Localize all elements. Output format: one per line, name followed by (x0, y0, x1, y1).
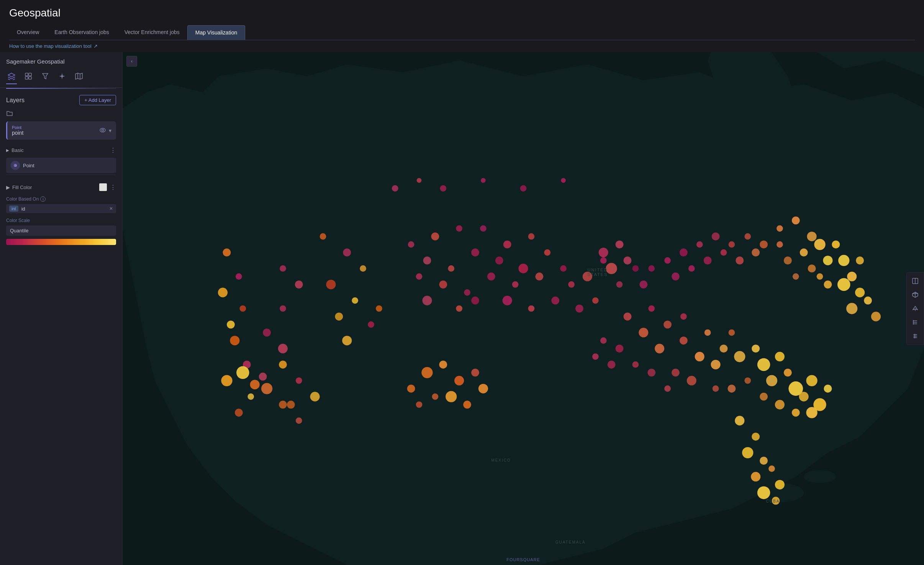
layers-title: Layers (6, 97, 25, 104)
visibility-icon[interactable] (100, 127, 106, 134)
layer-item-point[interactable]: Point point ▾ (6, 121, 116, 140)
folder-icon (6, 110, 116, 118)
cube-button[interactable] (909, 289, 921, 301)
fill-color-label: Fill Color (12, 185, 32, 190)
tag-row: int id ✕ (6, 204, 116, 213)
map-label-guatemala: GUATEMALA (555, 540, 586, 544)
color-scale-label: Color Scale (6, 218, 116, 223)
divider-1 (6, 175, 116, 175)
map-label-mexico: MEXICO (491, 458, 511, 462)
grid-icon[interactable] (23, 71, 34, 84)
layer-name: point (12, 130, 23, 136)
point-label: Point (23, 163, 34, 168)
map-credit: FOURSQUARE (506, 557, 540, 562)
info-icon[interactable]: i (40, 196, 46, 202)
map-icon[interactable] (74, 71, 84, 84)
color-scale-section: Color Scale Quantile (6, 218, 116, 245)
fill-color-right: ⋮ (99, 183, 116, 191)
svg-point-11 (14, 164, 15, 166)
map-label-cuba: CUBA (766, 499, 780, 503)
basic-subsection: ▶ Basic ⋮ Point (6, 144, 116, 173)
layers-section: Layers + Add Layer Point point (0, 89, 122, 251)
fill-chevron-icon: ▶ (6, 185, 10, 190)
color-gradient (6, 239, 116, 245)
map-area: ‹ (123, 52, 924, 565)
chevron-right-icon: ▶ (6, 148, 9, 152)
layer-name-group: Point point (12, 125, 23, 136)
split-view-button[interactable] (909, 275, 921, 287)
right-toolbar (906, 272, 924, 345)
tab-earth-obs[interactable]: Earth Observation jobs (47, 25, 116, 40)
svg-point-9 (102, 129, 104, 131)
nav-tabs: Overview Earth Observation jobs Vector E… (9, 25, 915, 40)
point-dot-icon (11, 161, 20, 170)
svg-point-15 (804, 470, 836, 483)
basic-label: ▶ Basic (6, 147, 24, 153)
svg-rect-3 (29, 77, 31, 79)
int-badge: int (9, 206, 18, 212)
color-swatch[interactable] (99, 183, 107, 191)
help-link[interactable]: How to use the map visualization tool ↗ (0, 40, 924, 52)
svg-marker-5 (75, 73, 82, 79)
layer-type: Point (12, 125, 23, 130)
basic-row[interactable]: ▶ Basic ⋮ (6, 144, 116, 156)
sidebar-title: Sagemaker Geospatial (0, 52, 122, 68)
tab-vector-enrichment[interactable]: Vector Enrichment jobs (117, 25, 187, 40)
svg-point-12 (15, 165, 17, 167)
tag-remove-icon[interactable]: ✕ (109, 206, 113, 211)
svg-marker-4 (43, 73, 48, 79)
sparkle-icon[interactable] (57, 71, 67, 84)
svg-point-8 (100, 128, 105, 132)
sidebar: Sagemaker Geospatial (0, 52, 123, 565)
fill-color-left: ▶ Fill Color (6, 185, 32, 190)
chevron-down-icon[interactable]: ▾ (109, 127, 111, 134)
svg-rect-1 (29, 73, 31, 76)
draw-button[interactable] (909, 302, 921, 315)
layers-header: Layers + Add Layer (6, 95, 116, 105)
layers-icon[interactable] (6, 71, 17, 84)
tab-map-visualization[interactable]: Map Visualization (187, 25, 245, 40)
color-scale-value[interactable]: Quantile (6, 225, 116, 236)
id-tag-value: id (21, 206, 106, 212)
point-item: Point (6, 158, 116, 173)
svg-rect-0 (25, 73, 28, 76)
external-link-icon: ↗ (93, 43, 98, 49)
app-title: Geospatial (9, 7, 915, 19)
more-options-icon[interactable]: ⋮ (110, 147, 116, 154)
filter-icon[interactable] (40, 71, 51, 84)
map-svg (123, 52, 924, 565)
main-content: Sagemaker Geospatial (0, 52, 924, 565)
fill-color-section: ▶ Fill Color ⋮ Color Based On i int (6, 181, 116, 245)
fill-more-icon[interactable]: ⋮ (110, 184, 116, 191)
header: Geospatial Overview Earth Observation jo… (0, 0, 924, 40)
color-based-on: Color Based On i int id ✕ (6, 196, 116, 213)
table-button[interactable] (909, 316, 921, 328)
tab-overview[interactable]: Overview (9, 25, 47, 40)
fill-color-header: ▶ Fill Color ⋮ (6, 181, 116, 193)
add-layer-button[interactable]: + Add Layer (79, 95, 116, 105)
chart-button[interactable] (909, 330, 921, 342)
help-link-text: How to use the map visualization tool (9, 43, 92, 49)
map-label-us: UNITED STATES (587, 268, 608, 277)
layer-controls: ▾ (100, 127, 111, 134)
sidebar-toolbar (0, 68, 122, 88)
color-based-label: Color Based On i (6, 196, 116, 202)
svg-rect-2 (25, 77, 28, 79)
collapse-sidebar-button[interactable]: ‹ (126, 56, 137, 67)
